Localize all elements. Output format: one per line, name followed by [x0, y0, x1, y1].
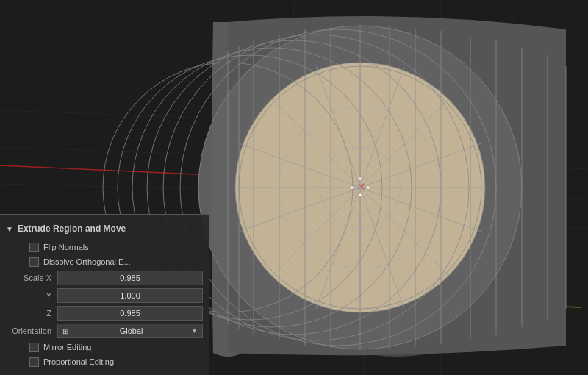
flip-normals-label: Flip Normals	[43, 243, 89, 251]
scale-y-row: Y	[0, 287, 209, 304]
flip-normals-row: Flip Normals	[0, 240, 209, 254]
orientation-dropdown-arrow: ▼	[191, 327, 198, 335]
dissolve-orthogonal-label: Dissolve Orthogonal E...	[43, 257, 131, 266]
orientation-icon: ⊞	[62, 327, 68, 335]
proportional-editing-checkbox[interactable]	[29, 357, 39, 367]
mirror-editing-row: Mirror Editing	[0, 340, 209, 354]
orientation-dropdown[interactable]: ⊞ Global ▼	[57, 324, 203, 338]
scale-y-input[interactable]	[57, 288, 203, 303]
panel-title-label: Extrude Region and Move	[18, 224, 126, 234]
mirror-editing-checkbox[interactable]	[29, 343, 39, 352]
proportional-editing-row: Proportional Editing	[0, 354, 209, 369]
orientation-value: Global	[120, 326, 143, 335]
orientation-row: Orientation ⊞ Global ▼	[0, 322, 209, 340]
scale-x-input[interactable]	[57, 271, 203, 285]
scale-z-row: Z	[0, 304, 209, 322]
scale-z-label: Z	[6, 309, 57, 318]
dissolve-orthogonal-row: Dissolve Orthogonal E...	[0, 254, 209, 269]
dissolve-orthogonal-checkbox[interactable]	[29, 257, 39, 267]
mirror-editing-label: Mirror Editing	[43, 343, 91, 351]
panel-collapse-arrow: ▼	[6, 225, 13, 233]
svg-point-62	[359, 194, 362, 196]
scale-x-label: Scale X	[6, 274, 57, 282]
panel-title[interactable]: ▼ Extrude Region and Move	[0, 221, 209, 237]
svg-point-63	[351, 187, 354, 189]
svg-point-61	[359, 178, 362, 180]
orientation-label: Orientation	[6, 326, 57, 335]
flip-normals-checkbox[interactable]	[29, 243, 39, 252]
scale-z-input[interactable]	[57, 306, 203, 321]
scale-y-label: Y	[6, 291, 57, 300]
proportional-editing-label: Proportional Editing	[43, 357, 114, 366]
operator-panel: ▼ Extrude Region and Move Flip Normals D…	[0, 214, 209, 375]
scale-x-row: Scale X	[0, 269, 209, 287]
svg-point-64	[368, 187, 370, 189]
